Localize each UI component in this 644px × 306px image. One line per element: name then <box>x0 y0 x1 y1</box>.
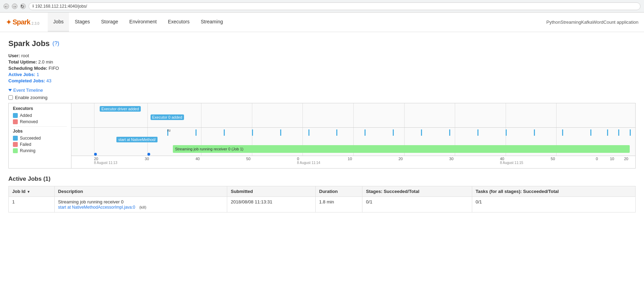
nav-items: Jobs Stages Storage Environment Executor… <box>48 13 229 32</box>
active-jobs-row: Active Jobs: 1 <box>8 72 636 77</box>
back-button[interactable]: ← <box>3 3 9 9</box>
nav-executors[interactable]: Executors <box>162 13 195 32</box>
timeline-legend: Executors Added Removed Jobs Succeeded <box>9 103 71 168</box>
user-label: User: <box>8 53 20 58</box>
active-jobs-table: Job Id ▼ Description Submitted Duration … <box>8 186 636 212</box>
timeline-header: Event Timeline <box>8 88 636 93</box>
nav-jobs[interactable]: Jobs <box>48 13 69 32</box>
axis-label-30a: 30 <box>145 157 149 161</box>
running-label: Running <box>20 148 36 153</box>
timeline-rows: Executor driver added Executor 0 added <box>71 103 635 168</box>
address-bar[interactable]: ℹ 192.168.112.121:4040/jobs/ <box>29 2 641 10</box>
timeline-toggle[interactable]: Event Timeline <box>8 88 636 93</box>
succeeded-color-box <box>13 136 18 141</box>
duration-cell: 1.8 min <box>315 197 362 212</box>
zoom-checkbox[interactable] <box>8 95 13 100</box>
start-native-method-event: start at NativeMethod/ <box>116 137 158 142</box>
removed-color-box <box>13 119 18 124</box>
col-description: Description <box>54 186 227 197</box>
nav-streaming[interactable]: Streaming <box>195 13 229 32</box>
scheduling-value: FIFO <box>49 66 59 71</box>
help-link[interactable]: (?) <box>53 40 60 47</box>
timeline-chart: Executor driver added Executor 0 added <box>71 103 635 168</box>
axis-label-10a: 10 <box>348 157 352 161</box>
scheduling-label: Scheduling Mode: <box>8 66 47 71</box>
url-text: 192.168.112.121:4040/jobs/ <box>35 4 87 9</box>
date-label-1114: 8 August 11:14 <box>297 161 320 165</box>
uptime-label: Total Uptime: <box>8 59 37 65</box>
executors-legend-title: Executors <box>13 106 67 111</box>
axis-label-40b: 40 <box>500 157 504 161</box>
legend-divider <box>13 126 67 127</box>
succeeded-label: Succeeded <box>20 136 41 141</box>
user-value: root <box>21 53 29 58</box>
spark-logo: ✦ Spark 2.3.0 <box>6 18 39 27</box>
job-bar-15 <box>562 129 563 136</box>
active-jobs-count-link[interactable]: 1 <box>37 72 39 77</box>
browser-chrome: ← → ↻ ℹ 192.168.112.121:4040/jobs/ <box>0 0 644 13</box>
job-bar-13 <box>506 129 507 136</box>
jobs-timeline-row: ru start at NativeMethod/ Streaming job … <box>71 128 635 156</box>
description-cell: Streaming job running receiver 0 start a… <box>54 197 227 212</box>
active-label: Active Jobs: <box>8 72 35 77</box>
timeline-inner: Executors Added Removed Jobs Succeeded <box>9 103 635 168</box>
col-tasks: Tasks (for all stages): Succeeded/Total <box>472 186 635 197</box>
axis-label-0a: 0 <box>297 157 299 161</box>
info-section: User: root Total Uptime: 2.0 min Schedul… <box>8 53 636 83</box>
axis-label-20c: 20 <box>624 157 628 161</box>
stages-cell: 0/1 <box>362 197 472 212</box>
spark-version: 2.3.0 <box>32 22 39 25</box>
job-bar-14 <box>534 129 535 136</box>
axis-label-10b: 10 <box>610 157 614 161</box>
nav-environment[interactable]: Environment <box>124 13 162 32</box>
job-bar-17 <box>607 129 608 136</box>
job-bar-9 <box>393 129 394 136</box>
job-bar-11 <box>449 129 450 136</box>
description-main: Streaming job running receiver 0 <box>58 199 224 204</box>
reload-button[interactable]: ↻ <box>20 3 26 9</box>
completed-label: Completed Jobs: <box>8 78 45 83</box>
legend-running: Running <box>13 148 67 153</box>
uptime-value: 2.0 min <box>38 59 53 65</box>
description-link[interactable]: start at NativeMethodAccessorImpl.java:0 <box>58 205 135 210</box>
job-bar-16 <box>590 129 591 136</box>
user-row: User: root <box>8 53 636 58</box>
job-bar-18 <box>618 129 619 136</box>
scheduling-row: Scheduling Mode: FIFO <box>8 66 636 71</box>
completed-jobs-link[interactable]: Completed Jobs: <box>8 78 45 83</box>
legend-failed: Failed <box>13 142 67 147</box>
active-jobs-link[interactable]: Active Jobs: <box>8 72 35 77</box>
legend-succeeded: Succeeded <box>13 136 67 141</box>
date-label-1115: 8 August 11:15 <box>500 161 523 165</box>
axis-label-30b: 30 <box>449 157 453 161</box>
active-jobs-section-title: Active Jobs (1) <box>8 176 636 182</box>
top-navigation: ✦ Spark 2.3.0 Jobs Stages Storage Enviro… <box>0 13 644 32</box>
job-bar-12 <box>477 129 478 136</box>
executor-timeline-row: Executor driver added Executor 0 added <box>71 103 635 128</box>
job-bar-6 <box>308 129 309 136</box>
running-color-box <box>13 148 18 153</box>
col-stages: Stages: Succeeded/Total <box>362 186 472 197</box>
legend-added: Added <box>13 113 67 118</box>
nav-stages[interactable]: Stages <box>69 13 95 32</box>
axis-label-40a: 40 <box>196 157 200 161</box>
forward-button[interactable]: → <box>12 3 17 9</box>
timeline-toggle-label: Event Timeline <box>13 88 43 93</box>
removed-label: Removed <box>20 119 38 124</box>
spark-star-icon: ✦ <box>6 18 12 27</box>
spark-logo-text: Spark <box>13 18 30 26</box>
job-bar-8 <box>365 129 366 136</box>
zoom-label[interactable]: Enable zooming <box>15 95 47 100</box>
failed-label: Failed <box>20 142 31 147</box>
page-title-row: Spark Jobs (?) <box>8 39 636 48</box>
table-header-row: Job Id ▼ Description Submitted Duration … <box>9 186 636 197</box>
timeline-dot-2 <box>147 153 150 156</box>
job-bar-3 <box>224 129 225 136</box>
main-content: Spark Jobs (?) User: root Total Uptime: … <box>0 32 644 219</box>
nav-storage[interactable]: Storage <box>95 13 124 32</box>
succeeded-bars-container <box>71 129 635 136</box>
completed-jobs-count-link[interactable]: 43 <box>46 78 51 83</box>
sort-arrow-icon[interactable]: ▼ <box>27 190 30 194</box>
job-bar-10 <box>421 129 422 136</box>
kill-link[interactable]: (kill) <box>139 205 146 209</box>
